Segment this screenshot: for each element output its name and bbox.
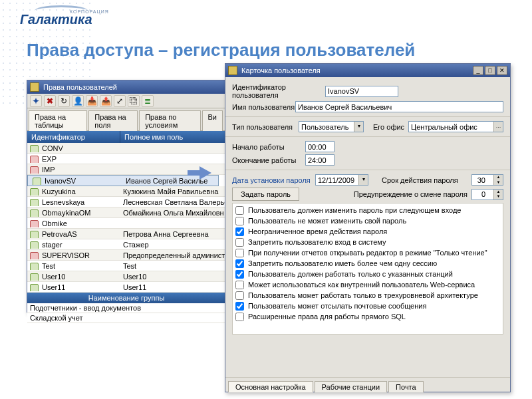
table-row[interactable]: ObmaykinaOMОбмайкина Ольга Михайловн: [27, 207, 225, 218]
table-row[interactable]: CONV: [27, 143, 225, 154]
work-start-input[interactable]: [305, 141, 334, 152]
label-office: Его офис: [373, 123, 404, 131]
window-titlebar[interactable]: Права пользователей: [27, 80, 225, 94]
option-checkbox[interactable]: [235, 313, 244, 321]
office-select[interactable]: Центральный офис…: [408, 121, 503, 132]
window-title-text: Карточка пользователя: [240, 66, 471, 74]
spinner-buttons[interactable]: ▲▼: [493, 175, 503, 185]
option-checkbox[interactable]: [235, 227, 244, 236]
tab-condition-rights[interactable]: Права по условиям: [139, 110, 200, 131]
table-row[interactable]: User10User10: [27, 271, 225, 282]
pass-date-value: 12/11/2009: [318, 176, 354, 184]
users-table[interactable]: CONVEXPIMPIvanovSVИванов Сергей ВасильеK…: [27, 143, 225, 293]
option-row: При получении отчетов открывать редактор…: [234, 247, 501, 258]
option-row: Неограниченное время действия пароля: [234, 226, 501, 237]
user-type-select[interactable]: Пользователь▾: [299, 121, 364, 132]
option-checkbox[interactable]: [235, 206, 244, 215]
user-name-input[interactable]: [295, 101, 503, 112]
list-item[interactable]: Складской учет: [27, 313, 225, 323]
chevron-down-icon: ▾: [354, 122, 363, 132]
option-checkbox[interactable]: [235, 270, 244, 279]
pass-expire-input[interactable]: [472, 175, 493, 185]
option-label: Запретить пользователю иметь более чем о…: [248, 259, 437, 267]
option-row: Пользователь должен работать только с ук…: [234, 269, 501, 279]
option-row: Запретить пользователю иметь более чем о…: [234, 258, 501, 269]
refresh-icon[interactable]: ↻: [58, 95, 70, 107]
copy-icon[interactable]: ⿻: [128, 95, 140, 107]
label-pass-date: Дата установки пароля: [232, 176, 315, 184]
page-title: Права доступа – регистрация пользователе…: [27, 40, 415, 61]
minimize-icon[interactable]: _: [473, 66, 483, 75]
pass-date-input[interactable]: 12/11/2009▾: [315, 174, 368, 186]
arrow-icon: [188, 170, 201, 176]
label-pass-expire: Срок действия пароля: [382, 176, 458, 184]
option-row: Запретить пользователю вход в систему: [234, 237, 501, 247]
option-label: Пользователь не может изменить свой паро…: [248, 217, 406, 225]
table-row[interactable]: LesnevskayaЛесневская Светлана Валерье: [27, 197, 225, 207]
pass-expire-spinner[interactable]: ▲▼: [471, 174, 503, 186]
folder-in-icon[interactable]: 📥: [86, 95, 98, 107]
option-checkbox[interactable]: [235, 217, 244, 225]
close-icon[interactable]: ✕: [497, 66, 507, 75]
pass-warn-spinner[interactable]: ▲▼: [471, 189, 503, 200]
user-id-input[interactable]: [325, 86, 398, 97]
work-end-input[interactable]: [305, 154, 334, 166]
user-status-icon: [30, 273, 39, 281]
list-item[interactable]: Подотчетники - ввод документов: [27, 303, 225, 313]
option-label: Пользователь может работать только в тре…: [248, 291, 478, 299]
ellipsis-icon: …: [493, 122, 503, 132]
option-label: Пользователь может отсылать почтовые соо…: [248, 302, 426, 310]
tab-workstations[interactable]: Рабочие станции: [315, 381, 388, 392]
pass-warn-input[interactable]: [472, 190, 493, 200]
set-password-button[interactable]: Задать пароль: [232, 188, 299, 201]
tab-main-settings[interactable]: Основная настройка: [228, 381, 313, 392]
table-row[interactable]: TestTest: [27, 261, 225, 271]
option-checkbox[interactable]: [235, 291, 244, 300]
option-row: Расширенные права для работы прямого SQL: [234, 311, 501, 322]
label-work-end: Окончание работы: [232, 156, 305, 164]
expand-icon[interactable]: ⤢: [114, 95, 126, 107]
tab-more[interactable]: Ви: [202, 110, 223, 131]
option-checkbox[interactable]: [235, 238, 244, 247]
arrow-head-icon: [200, 166, 211, 180]
folder-out-icon[interactable]: 📤: [100, 95, 112, 107]
user-status-icon: [30, 252, 39, 259]
logo-brand: Галактика: [20, 12, 92, 27]
table-row[interactable]: IvanovSVИванов Сергей Василье: [27, 175, 219, 186]
option-checkbox[interactable]: [235, 259, 244, 268]
label-pass-warn: Предупреждение о смене пароля: [354, 190, 467, 198]
tab-field-rights[interactable]: Права на поля: [88, 110, 138, 131]
user-status-icon: [30, 209, 39, 217]
label-user-name: Имя пользователя: [232, 103, 295, 111]
new-icon[interactable]: ✦: [30, 95, 42, 107]
spinner-buttons[interactable]: ▲▼: [493, 190, 503, 200]
option-row: Пользователь не может изменить свой паро…: [234, 215, 501, 226]
group-list[interactable]: Подотчетники - ввод документовСкладской …: [27, 303, 225, 331]
options-list: Пользователь должен изменить пароль при …: [232, 203, 503, 334]
list-icon[interactable]: ≣: [142, 95, 154, 107]
option-label: Неограниченное время действия пароля: [248, 227, 387, 235]
option-checkbox[interactable]: [235, 302, 244, 311]
user-icon[interactable]: 👤: [72, 95, 84, 107]
table-row[interactable]: User11User11: [27, 282, 225, 293]
user-status-icon: [30, 188, 39, 196]
delete-icon[interactable]: ✖: [44, 95, 56, 107]
col-fullname[interactable]: Полное имя поль: [120, 131, 225, 143]
tab-table-rights[interactable]: Права на таблицы: [29, 110, 87, 131]
col-identifier[interactable]: Идентификатор: [27, 131, 120, 143]
option-checkbox[interactable]: [235, 281, 244, 289]
users-rights-window: Права пользователей ✦ ✖ ↻ 👤 📥 📤 ⤢ ⿻ ≣ Пр…: [27, 80, 226, 313]
chevron-down-icon: ▾: [358, 175, 368, 185]
tab-mail[interactable]: Почта: [388, 381, 424, 392]
option-checkbox[interactable]: [235, 249, 244, 257]
option-label: Запретить пользователю вход в систему: [248, 238, 386, 246]
maximize-icon[interactable]: □: [485, 66, 495, 75]
table-row[interactable]: stagerСтажер: [27, 239, 225, 250]
table-row[interactable]: PetrovaASПетрова Анна Сергеевна: [27, 229, 225, 239]
table-row[interactable]: SUPERVISORПредопределенный админист: [27, 250, 225, 261]
table-row[interactable]: EXP: [27, 154, 225, 164]
table-row[interactable]: KuzyukinaКузюкина Майя Равильевна: [27, 186, 225, 197]
option-label: Может использоваться как внутренний поль…: [248, 281, 475, 289]
window-titlebar[interactable]: Карточка пользователя _ □ ✕: [225, 64, 510, 77]
table-row[interactable]: Obmike: [27, 218, 225, 229]
